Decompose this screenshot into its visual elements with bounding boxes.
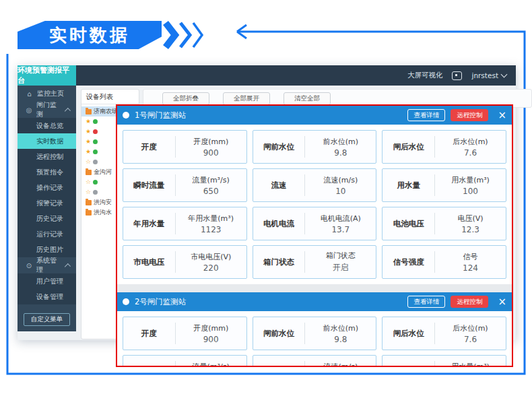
station-title: 2号闸门监测站 (135, 297, 402, 307)
status-dot-green (93, 150, 98, 154)
status-dot-green (93, 139, 98, 144)
station-panel-1: 1号闸门监测站 查看详情 远程控制 × 开度 开度(mm)900 闸前水位 前水… (117, 106, 512, 284)
clear-all-button[interactable]: 清空全部 (284, 92, 331, 105)
metric-cell-box-door-status: 箱门状态 箱门状态开启 (253, 245, 377, 279)
big-screen-link[interactable]: 大屏可视化 (407, 71, 443, 80)
chevron-right-icon (180, 23, 190, 47)
sidebar-item-realtime-data[interactable]: 实时数据 (18, 133, 76, 149)
remote-control-button[interactable]: 远程控制 (451, 296, 488, 308)
device-list-title: 设备列表 (81, 90, 139, 104)
sidebar: ⌂ 监控主页 ◎ 闸门监测 设备总览 实时数据 远程控制 预置指令 操作记录 报… (18, 86, 76, 331)
sidebar-item-device-overview[interactable]: 设备总览 (18, 118, 76, 133)
sidebar-item-alarm-log[interactable]: 报警记录 (18, 195, 76, 211)
status-dot-gray (93, 160, 98, 164)
folder-icon (86, 170, 92, 175)
metric-cell-downstream-level: 闸后水位 后水位(m)7.6 (382, 317, 506, 350)
top-bar: 环境预警测报平台 大屏可视化 jnrstest (18, 65, 516, 86)
station-panel-2: 2号闸门监测站 查看详情 远程控制 × 开度 开度(mm)900 闸前水位 前水… (117, 292, 512, 367)
station-panels-highlight: 1号闸门监测站 查看详情 远程控制 × 开度 开度(mm)900 闸前水位 前水… (116, 104, 513, 367)
status-dot-red (93, 129, 98, 134)
star-filled-icon[interactable]: ★ (86, 119, 91, 125)
metric-cell-signal-strength: 信号强度 信号124 (382, 245, 506, 279)
gauge-icon: ◎ (26, 106, 32, 114)
station-1-header: 1号闸门监测站 查看详情 远程控制 × (117, 106, 512, 125)
user-menu[interactable]: jnrstest (471, 71, 506, 79)
star-filled-icon[interactable]: ★ (86, 149, 91, 155)
app-logo: 环境预警测报平台 (18, 65, 76, 86)
station-2-metrics: 开度 开度(mm)900 闸前水位 前水位(m)9.8 闸后水位 后水位(m)7… (117, 311, 512, 367)
chevron-right-icon (166, 23, 175, 47)
page-title-banner: 实时数据 (18, 21, 162, 49)
metric-cell-opening: 开度 开度(mm)900 (123, 130, 247, 164)
metric-cell-downstream-level: 闸后水位 后水位(m)7.6 (382, 130, 506, 164)
view-details-button[interactable]: 查看详情 (407, 109, 445, 121)
folder-icon (86, 210, 92, 216)
sidebar-item-preset-commands[interactable]: 预置指令 (18, 164, 76, 180)
sidebar-item-history-pictures[interactable]: 历史图片 (18, 242, 76, 257)
star-hollow-icon[interactable]: ☆ (86, 159, 91, 165)
metric-cell-motor-current: 电机电流 电机电流(A)13.7 (253, 207, 377, 240)
station-status-dot-icon (123, 112, 129, 119)
chevron-up-icon (64, 263, 71, 270)
chevron-down-icon (501, 71, 508, 78)
metric-cell-upstream-level: 闸前水位 前水位(m)9.8 (253, 130, 377, 164)
status-dot-green (93, 180, 98, 185)
metric-cell-velocity: 流速 流速(m/s)10 (253, 168, 377, 202)
metric-cell-instant-flow: 瞬时流量 流量(m³/s)650 (123, 355, 247, 367)
chevron-up-icon (64, 108, 71, 114)
metric-cell-opening: 开度 开度(mm)900 (123, 317, 247, 350)
sidebar-item-history-log[interactable]: 历史记录 (18, 211, 76, 226)
star-filled-icon[interactable]: ★ (86, 129, 91, 135)
expand-all-button[interactable]: 全部展开 (223, 92, 270, 105)
close-icon[interactable]: × (498, 110, 506, 121)
metric-cell-battery-voltage: 电池电压 电压(V)12.3 (382, 207, 506, 240)
station-status-dot-icon (123, 298, 129, 305)
status-dot-gray (93, 190, 98, 195)
sidebar-item-run-log[interactable]: 运行记录 (18, 226, 76, 242)
custom-menu-button[interactable]: 自定义菜单 (24, 313, 70, 326)
message-icon[interactable] (452, 71, 462, 80)
remote-control-button[interactable]: 远程控制 (451, 109, 488, 121)
gear-icon: ⊙ (26, 262, 32, 269)
sidebar-item-remote-control[interactable]: 远程控制 (18, 149, 76, 164)
sidebar-item-user-management[interactable]: 用户管理 (18, 273, 76, 289)
sidebar-section-system-management[interactable]: ⊙ 系统管理 (18, 257, 76, 273)
status-dot-green (93, 119, 98, 124)
metric-cell-water-usage: 用水量 用水量(m³)100 (382, 168, 506, 202)
sidebar-item-device-management[interactable]: 设备管理 (18, 289, 76, 304)
metric-cell-upstream-level: 闸前水位 前水位(m)9.8 (253, 317, 377, 350)
metric-cell-instant-flow: 瞬时流量 流量(m³/s)650 (123, 168, 247, 202)
sidebar-item-home[interactable]: ⌂ 监控主页 (18, 86, 76, 102)
star-hollow-icon[interactable]: ☆ (86, 189, 91, 195)
collapse-all-button[interactable]: 全部折叠 (162, 92, 209, 105)
star-filled-icon[interactable]: ★ (86, 139, 91, 145)
metric-cell-water-usage: 用水量 用水量(m³)100 (382, 355, 506, 367)
view-details-button[interactable]: 查看详情 (407, 296, 445, 308)
folder-icon (86, 109, 92, 114)
metric-cell-velocity: 流速 流速(m/s)10 (253, 355, 377, 367)
home-icon: ⌂ (26, 90, 33, 98)
page-title: 实时数据 (49, 24, 130, 47)
sidebar-item-operation-log[interactable]: 操作记录 (18, 180, 76, 195)
arrow-left-icon (237, 25, 246, 38)
username: jnrstest (471, 71, 498, 79)
star-hollow-icon[interactable]: ☆ (86, 179, 91, 185)
station-title: 1号闸门监测站 (135, 110, 402, 121)
station-1-metrics: 开度 开度(mm)900 闸前水位 前水位(m)9.8 闸后水位 后水位(m)7… (117, 125, 512, 284)
metric-cell-mains-voltage: 市电电压 市电电压(V)220 (123, 245, 247, 279)
sidebar-section-gate-monitoring[interactable]: ◎ 闸门监测 (18, 102, 76, 118)
chevron-right-icon (193, 23, 202, 47)
close-icon[interactable]: × (498, 297, 506, 307)
panel-gap (117, 284, 512, 292)
folder-icon (86, 200, 92, 205)
station-2-header: 2号闸门监测站 查看详情 远程控制 × (117, 292, 512, 311)
metric-cell-yearly-usage: 年用水量 年用水量(m³)1123 (123, 207, 247, 240)
